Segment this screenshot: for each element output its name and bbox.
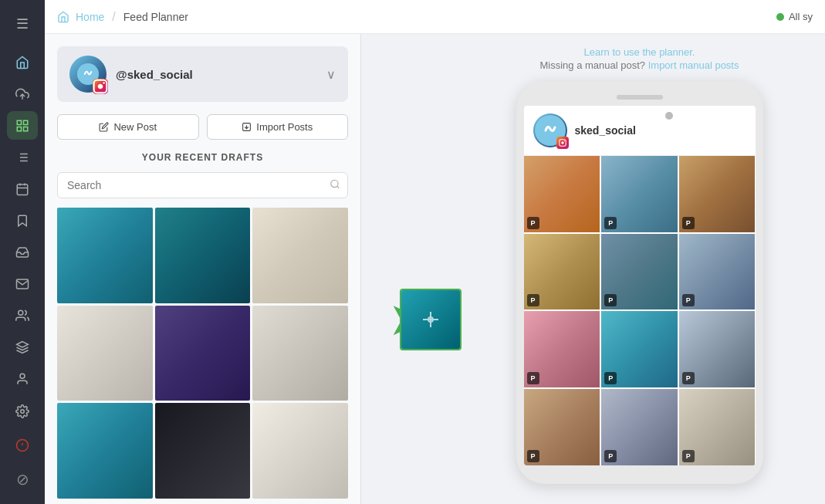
- drafts-title: YOUR RECENT DRAFTS: [57, 152, 348, 163]
- draft-item[interactable]: [57, 208, 153, 303]
- phone-grid-item: P: [601, 234, 678, 310]
- sidebar-item-inbox[interactable]: [7, 238, 38, 266]
- sidebar-item-mail[interactable]: [7, 269, 38, 298]
- status-dot: [776, 13, 784, 21]
- phone-grid-item: P: [524, 156, 600, 232]
- draft-grid: [57, 208, 348, 499]
- svg-point-15: [19, 310, 23, 315]
- post-badge: P: [604, 294, 617, 306]
- post-badge: P: [682, 217, 695, 229]
- post-badge: P: [527, 450, 539, 462]
- topbar: Home / Feed Planner All sy: [45, 0, 825, 34]
- import-manual-link[interactable]: Import manual posts: [648, 59, 739, 71]
- draft-item[interactable]: [57, 403, 153, 499]
- sidebar-item-calendar[interactable]: [7, 174, 38, 203]
- search-icon: [330, 179, 340, 192]
- main-content: Home / Feed Planner All sy: [45, 0, 825, 504]
- phone-grid-item: P: [601, 156, 678, 232]
- topbar-home-link[interactable]: Home: [76, 11, 104, 23]
- new-post-button[interactable]: New Post: [57, 114, 199, 140]
- phone-grid-item: P: [601, 389, 678, 465]
- post-badge: P: [527, 372, 539, 384]
- draft-item[interactable]: [252, 208, 348, 303]
- draft-item[interactable]: [155, 403, 251, 499]
- phone-screen: sked_social P P P P: [524, 106, 756, 465]
- sidebar-item-home[interactable]: [7, 48, 38, 76]
- sidebar: ☰ ⊘: [0, 0, 45, 504]
- account-selector[interactable]: @sked_social ∨: [57, 46, 348, 102]
- sidebar-item-layers[interactable]: [7, 333, 38, 361]
- sidebar-item-users[interactable]: [7, 301, 38, 330]
- phone-grid-item: P: [524, 389, 600, 465]
- phone-username: sked_social: [575, 124, 636, 137]
- account-name: @sked_social: [116, 68, 193, 81]
- sidebar-item-planner[interactable]: [7, 111, 38, 140]
- post-badge: P: [682, 372, 695, 384]
- right-panel: Learn to use the planner. Missing a manu…: [454, 34, 825, 504]
- status-text: All sy: [789, 11, 813, 22]
- post-badge: P: [604, 372, 617, 384]
- learn-planner-link[interactable]: Learn to use the planner.: [540, 46, 739, 58]
- sidebar-item-account[interactable]: [7, 364, 38, 393]
- topbar-home-icon: [57, 11, 69, 23]
- sidebar-bottom: ⊘: [7, 396, 38, 495]
- draft-item[interactable]: [252, 403, 348, 499]
- sidebar-item-settings[interactable]: [7, 396, 38, 427]
- svg-point-34: [561, 141, 563, 144]
- post-badge: P: [604, 217, 617, 229]
- svg-rect-3: [24, 127, 28, 130]
- left-panel: @sked_social ∨ New Post Import Posts YOU…: [45, 34, 361, 504]
- draft-item[interactable]: [252, 306, 348, 401]
- post-badge: P: [604, 450, 617, 462]
- phone-instagram-badge: [556, 137, 569, 149]
- svg-rect-11: [17, 184, 28, 195]
- sidebar-item-list[interactable]: [7, 143, 38, 171]
- svg-rect-1: [17, 120, 21, 124]
- sidebar-item-saved[interactable]: [7, 206, 38, 235]
- topbar-status: All sy: [776, 11, 813, 22]
- phone-grid-item: P: [601, 311, 678, 387]
- account-chevron-icon: ∨: [326, 67, 336, 82]
- svg-point-27: [331, 180, 338, 187]
- action-buttons: New Post Import Posts: [57, 114, 348, 140]
- phone-speaker: [617, 95, 663, 100]
- missing-post-text: Missing a manual post? Import manual pos…: [540, 59, 739, 71]
- import-icon: [242, 122, 252, 132]
- svg-line-28: [337, 186, 340, 188]
- page-title: Feed Planner: [123, 11, 188, 23]
- svg-point-18: [21, 410, 25, 414]
- sidebar-item-alerts[interactable]: [7, 430, 38, 461]
- draft-item[interactable]: [155, 208, 251, 303]
- drag-crosshair-icon: [421, 310, 440, 329]
- content-area: @sked_social ∨ New Post Import Posts YOU…: [45, 34, 825, 504]
- sidebar-item-none[interactable]: ⊘: [7, 464, 38, 495]
- dragged-item[interactable]: [400, 289, 462, 350]
- phone-grid-item: P: [679, 156, 756, 232]
- phone-grid-item: P: [679, 389, 756, 465]
- draft-item[interactable]: [57, 306, 153, 401]
- phone-grid-item: P: [679, 311, 756, 387]
- phone-grid-item: P: [524, 311, 600, 387]
- sidebar-item-upload[interactable]: [7, 79, 38, 108]
- draft-item[interactable]: [155, 306, 251, 401]
- post-badge: P: [682, 294, 695, 306]
- pencil-icon: [99, 122, 109, 132]
- post-badge: P: [527, 217, 539, 229]
- instagram-badge: [93, 79, 108, 94]
- phone-grid-item: P: [524, 234, 600, 310]
- search-input[interactable]: [57, 172, 348, 198]
- svg-rect-4: [17, 127, 21, 130]
- post-badge: P: [527, 294, 539, 306]
- svg-point-35: [563, 140, 564, 141]
- helper-text: Learn to use the planner. Missing a manu…: [540, 46, 739, 72]
- phone-avatar: [533, 113, 567, 147]
- post-badge: P: [682, 450, 695, 462]
- phone-profile: sked_social: [524, 106, 756, 156]
- avatar: [69, 56, 107, 93]
- svg-point-17: [20, 374, 25, 378]
- phone-grid-item: P: [679, 234, 756, 310]
- svg-rect-2: [24, 120, 28, 124]
- import-posts-button[interactable]: Import Posts: [207, 114, 349, 140]
- phone-mockup: sked_social P P P P: [516, 81, 763, 484]
- menu-icon[interactable]: ☰: [10, 9, 35, 39]
